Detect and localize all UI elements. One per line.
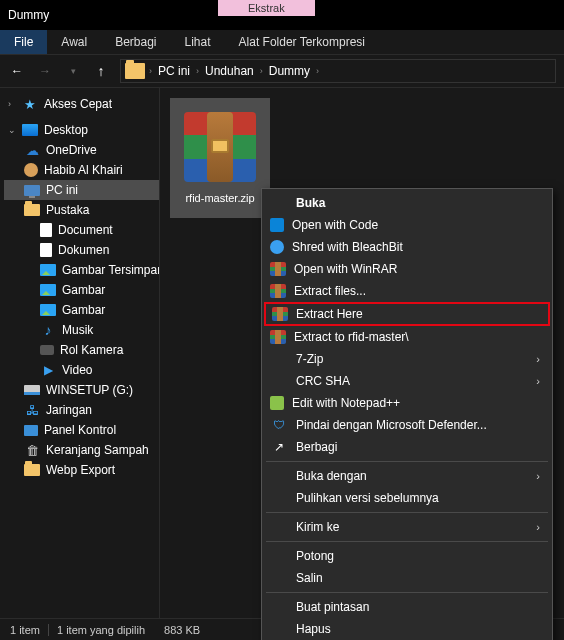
menu-7zip[interactable]: 7-Zip›	[264, 348, 550, 370]
chevron-right-icon: ›	[536, 521, 540, 533]
folder-icon	[24, 464, 40, 476]
tree-quick-access[interactable]: ›★Akses Cepat	[4, 94, 159, 114]
menu-open-with-code[interactable]: Open with Code	[264, 214, 550, 236]
tab-file[interactable]: File	[0, 30, 47, 54]
network-icon: 🖧	[24, 403, 40, 417]
crumb-thispc[interactable]: PC ini	[156, 64, 192, 78]
ribbon-tabs: File Awal Berbagi Lihat Alat Folder Terk…	[0, 30, 564, 54]
nav-tree[interactable]: ›★Akses Cepat ⌄Desktop ☁OneDrive Habib A…	[0, 88, 160, 618]
pc-icon	[24, 185, 40, 196]
menu-share[interactable]: ↗Berbagi	[264, 436, 550, 458]
tree-document[interactable]: Document	[4, 220, 159, 240]
ribbon-context-tab[interactable]: Ekstrak	[218, 0, 315, 16]
chevron-right-icon: ›	[149, 66, 152, 76]
window-title: Dummy	[8, 8, 49, 22]
tree-winsetup[interactable]: WINSETUP (G:)	[4, 380, 159, 400]
up-button[interactable]: ↑	[92, 62, 110, 80]
file-name: rfid-master.zip	[170, 192, 270, 204]
nav-bar: ← → ▾ ↑ › PC ini › Unduhan › Dummy ›	[0, 54, 564, 88]
tree-control-panel[interactable]: Panel Kontrol	[4, 420, 159, 440]
crumb-dummy[interactable]: Dummy	[267, 64, 312, 78]
tab-share[interactable]: Berbagi	[101, 30, 170, 54]
trash-icon: 🗑	[24, 443, 40, 457]
file-item[interactable]: rfid-master.zip	[170, 98, 270, 218]
vscode-icon	[270, 218, 284, 232]
menu-copy[interactable]: Salin	[264, 567, 550, 589]
bleachbit-icon	[270, 240, 284, 254]
tree-dokumen[interactable]: Dokumen	[4, 240, 159, 260]
chevron-right-icon: ›	[536, 353, 540, 365]
crumb-downloads[interactable]: Unduhan	[203, 64, 256, 78]
titlebar: Dummy Ekstrak	[0, 0, 564, 30]
menu-open-with[interactable]: Buka dengan›	[264, 465, 550, 487]
menu-edit-notepad[interactable]: Edit with Notepad++	[264, 392, 550, 414]
menu-restore-versions[interactable]: Pulihkan versi sebelumnya	[264, 487, 550, 509]
menu-extract-to[interactable]: Extract to rfid-master\	[264, 326, 550, 348]
document-icon	[40, 223, 52, 237]
explorer-window: Dummy Ekstrak File Awal Berbagi Lihat Al…	[0, 0, 564, 640]
tree-onedrive[interactable]: ☁OneDrive	[4, 140, 159, 160]
menu-extract-here[interactable]: Extract Here	[264, 302, 550, 326]
address-bar[interactable]: › PC ini › Unduhan › Dummy ›	[120, 59, 556, 83]
cloud-icon: ☁	[24, 143, 40, 157]
menu-separator	[266, 541, 548, 542]
folder-icon	[24, 204, 40, 216]
tree-this-pc[interactable]: PC ini	[4, 180, 159, 200]
menu-open[interactable]: Buka	[264, 192, 550, 214]
shield-icon: 🛡	[270, 417, 288, 433]
menu-defender-scan[interactable]: 🛡Pindai dengan Microsoft Defender...	[264, 414, 550, 436]
user-icon	[24, 163, 38, 177]
menu-send-to[interactable]: Kirim ke›	[264, 516, 550, 538]
tab-compressed-tools[interactable]: Alat Folder Terkompresi	[225, 30, 380, 54]
document-icon	[40, 243, 52, 257]
music-icon: ♪	[40, 323, 56, 337]
picture-icon	[40, 284, 56, 296]
tree-user[interactable]: Habib Al Khairi	[4, 160, 159, 180]
menu-cut[interactable]: Potong	[264, 545, 550, 567]
tree-video[interactable]: ▶Video	[4, 360, 159, 380]
menu-delete[interactable]: Hapus	[264, 618, 550, 640]
folder-icon	[125, 63, 145, 79]
status-selection: 1 item yang dipilih	[57, 624, 145, 636]
tree-desktop[interactable]: ⌄Desktop	[4, 120, 159, 140]
share-icon: ↗	[270, 439, 288, 455]
tree-recycle-bin[interactable]: 🗑Keranjang Sampah	[4, 440, 159, 460]
winrar-icon	[270, 284, 286, 298]
back-button[interactable]: ←	[8, 62, 26, 80]
winrar-icon	[270, 262, 286, 276]
tab-home[interactable]: Awal	[47, 30, 101, 54]
menu-separator	[266, 512, 548, 513]
menu-open-winrar[interactable]: Open with WinRAR	[264, 258, 550, 280]
tree-musik[interactable]: ♪Musik	[4, 320, 159, 340]
star-icon: ★	[22, 97, 38, 111]
menu-create-shortcut[interactable]: Buat pintasan	[264, 596, 550, 618]
menu-separator	[266, 592, 548, 593]
control-panel-icon	[24, 425, 38, 436]
tree-rol-kamera[interactable]: Rol Kamera	[4, 340, 159, 360]
recent-dropdown[interactable]: ▾	[64, 62, 82, 80]
tree-network[interactable]: 🖧Jaringan	[4, 400, 159, 420]
forward-button[interactable]: →	[36, 62, 54, 80]
winrar-icon	[270, 330, 286, 344]
tree-gambar-2[interactable]: Gambar	[4, 300, 159, 320]
tree-libraries[interactable]: Pustaka	[4, 200, 159, 220]
menu-shred-bleachbit[interactable]: Shred with BleachBit	[264, 236, 550, 258]
tab-view[interactable]: Lihat	[171, 30, 225, 54]
chevron-right-icon: ›	[536, 470, 540, 482]
chevron-right-icon: ›	[196, 66, 199, 76]
picture-icon	[40, 304, 56, 316]
video-icon: ▶	[40, 363, 56, 377]
divider	[48, 624, 49, 636]
chevron-right-icon: ›	[260, 66, 263, 76]
winrar-icon	[272, 307, 288, 321]
picture-icon	[40, 264, 56, 276]
menu-crc-sha[interactable]: CRC SHA›	[264, 370, 550, 392]
menu-extract-files[interactable]: Extract files...	[264, 280, 550, 302]
notepadpp-icon	[270, 396, 284, 410]
desktop-icon	[22, 124, 38, 136]
tree-webp-export[interactable]: Webp Export	[4, 460, 159, 480]
tree-gambar-1[interactable]: Gambar	[4, 280, 159, 300]
menu-separator	[266, 461, 548, 462]
tree-saved-pictures[interactable]: Gambar Tersimpan	[4, 260, 159, 280]
camera-icon	[40, 345, 54, 355]
